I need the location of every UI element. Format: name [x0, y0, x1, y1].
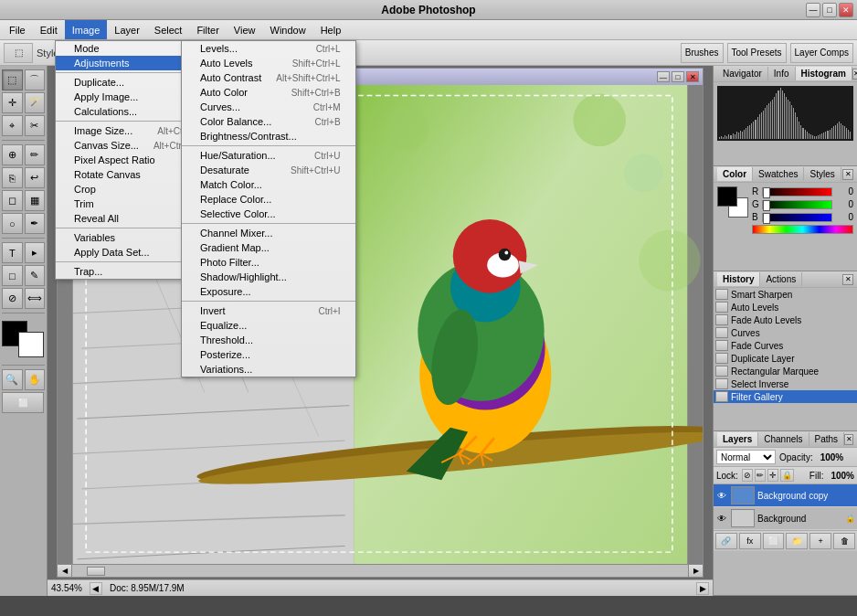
b-slider[interactable] [762, 213, 832, 222]
history-item[interactable]: Fade Auto Levels [714, 313, 857, 326]
lock-image-icon[interactable]: ✏ [755, 469, 766, 482]
scroll-left-btn[interactable]: ◀ [58, 565, 72, 578]
adj-exposure[interactable]: Exposure... [182, 284, 355, 299]
tool-measure[interactable]: ⟺ [25, 288, 46, 309]
adj-replace-color[interactable]: Replace Color... [182, 192, 355, 207]
tool-crop[interactable]: ⌖ [2, 115, 23, 136]
tool-history[interactable]: ↩ [25, 167, 46, 188]
maximize-button[interactable]: □ [822, 3, 837, 17]
color-panel-close[interactable]: ✕ [842, 169, 853, 180]
tool-slice[interactable]: ✂ [25, 115, 46, 136]
scroll-right-btn[interactable]: ▶ [688, 565, 703, 578]
adj-match-color[interactable]: Match Color... [182, 177, 355, 192]
menu-window[interactable]: Window [263, 20, 313, 39]
layer-visibility-btn[interactable]: 👁 [715, 489, 728, 502]
menu-image[interactable]: Image [65, 20, 108, 39]
background-color[interactable] [18, 332, 44, 357]
tool-hand[interactable]: ✋ [25, 369, 46, 390]
history-item[interactable]: Curves [714, 326, 857, 339]
history-panel-close[interactable]: ✕ [842, 274, 853, 285]
tool-zoom[interactable]: 🔍 [2, 369, 23, 390]
tool-presets-button[interactable]: Tool Presets [727, 43, 787, 63]
scroll-right-status[interactable]: ▶ [696, 582, 709, 595]
minimize-button[interactable]: — [806, 3, 820, 17]
tool-dodge[interactable]: ○ [2, 213, 23, 234]
menu-edit[interactable]: Edit [33, 20, 65, 39]
doc-close-btn[interactable]: ✕ [686, 71, 699, 82]
history-item[interactable]: Duplicate Layer [714, 352, 857, 365]
lock-transparent-icon[interactable]: ⊘ [742, 469, 753, 482]
scroll-thumb[interactable] [87, 567, 105, 576]
layers-panel-close[interactable]: ✕ [844, 434, 853, 445]
adj-shadow-highlight[interactable]: Shadow/Highlight... [182, 270, 355, 284]
layer-item[interactable]: 👁 Background 🔒 [714, 507, 857, 530]
link-layers-btn[interactable]: 🔗 [715, 533, 737, 549]
adj-invert[interactable]: Invert Ctrl+I [182, 303, 355, 318]
tab-paths[interactable]: Paths [809, 432, 845, 446]
tool-pen[interactable]: ✒ [25, 213, 46, 234]
menu-help[interactable]: Help [313, 20, 349, 39]
horizontal-scrollbar[interactable]: ◀ ▶ [58, 564, 703, 577]
adj-brightness-contrast[interactable]: Brightness/Contrast... [182, 129, 355, 143]
tab-info[interactable]: Info [768, 67, 796, 80]
adj-posterize[interactable]: Posterize... [182, 347, 355, 362]
lock-all-icon[interactable]: 🔒 [780, 469, 794, 482]
tool-lasso[interactable]: ⌒ [25, 69, 46, 90]
layer-item[interactable]: 👁 Background copy [714, 484, 857, 507]
tool-path-select[interactable]: ▸ [25, 242, 46, 263]
tab-histogram[interactable]: Histogram [796, 67, 852, 80]
adj-selective-color[interactable]: Selective Color... [182, 207, 355, 221]
tool-magic-wand[interactable]: 🪄 [25, 92, 46, 113]
tool-gradient[interactable]: ▦ [25, 190, 46, 211]
brushes-button[interactable]: Brushes [681, 43, 724, 63]
adj-curves[interactable]: Curves... Ctrl+M [182, 100, 355, 114]
screen-mode-btn[interactable]: ⬜ [2, 392, 44, 413]
adj-auto-contrast[interactable]: Auto Contrast Alt+Shift+Ctrl+L [182, 70, 355, 85]
adj-photo-filter[interactable]: Photo Filter... [182, 255, 355, 270]
menu-file[interactable]: File [2, 20, 33, 39]
history-item[interactable]: Fade Curves [714, 339, 857, 352]
layer-comps-button[interactable]: Layer Comps [790, 43, 853, 63]
blend-mode-select[interactable]: Normal [716, 450, 776, 464]
adj-color-balance[interactable]: Color Balance... Ctrl+B [182, 114, 355, 129]
tab-channels[interactable]: Channels [758, 432, 809, 446]
tab-navigator[interactable]: Navigator [717, 67, 768, 80]
history-item[interactable]: Filter Gallery [714, 390, 857, 403]
adj-equalize[interactable]: Equalize... [182, 318, 355, 333]
menu-view[interactable]: View [227, 20, 263, 39]
tool-stamp[interactable]: ⎘ [2, 167, 23, 188]
layer-style-btn[interactable]: fx [739, 533, 761, 549]
layer-mask-btn[interactable]: ⬜ [763, 533, 785, 549]
adj-hue-sat[interactable]: Hue/Saturation... Ctrl+U [182, 148, 355, 163]
adj-desaturate[interactable]: Desaturate Shift+Ctrl+U [182, 163, 355, 177]
r-slider[interactable] [762, 187, 832, 196]
menu-layer[interactable]: Layer [107, 20, 147, 39]
history-item[interactable]: Select Inverse [714, 377, 857, 390]
doc-maximize-btn[interactable]: □ [672, 71, 684, 82]
tool-shape[interactable]: □ [2, 265, 23, 286]
tab-history[interactable]: History [717, 272, 760, 286]
g-slider[interactable] [762, 200, 832, 209]
tool-heal[interactable]: ⊕ [2, 144, 23, 165]
tool-eyedropper[interactable]: ⊘ [2, 288, 23, 309]
adj-threshold[interactable]: Threshold... [182, 333, 355, 347]
history-item[interactable]: Auto Levels [714, 301, 857, 313]
lock-position-icon[interactable]: ✛ [767, 469, 778, 482]
new-group-btn[interactable]: 📁 [786, 533, 808, 549]
foreground-swatch[interactable] [717, 186, 737, 207]
r-thumb[interactable] [763, 187, 770, 198]
zoom-down-btn[interactable]: ◀ [90, 582, 102, 595]
layer-visibility-btn[interactable]: 👁 [715, 512, 728, 525]
adj-variations[interactable]: Variations... [182, 362, 355, 377]
doc-minimize-btn[interactable]: — [657, 71, 670, 82]
tool-move[interactable]: ✛ [2, 92, 23, 113]
adj-gradient-map[interactable]: Gradient Map... [182, 240, 355, 255]
tool-type[interactable]: T [2, 242, 23, 263]
tab-layers[interactable]: Layers [717, 432, 758, 446]
history-item[interactable]: Smart Sharpen [714, 288, 857, 301]
tool-notes[interactable]: ✎ [25, 265, 46, 286]
adj-levels[interactable]: Levels... Ctrl+L [182, 41, 355, 56]
adj-channel-mixer[interactable]: Channel Mixer... [182, 226, 355, 240]
color-spectrum[interactable] [752, 225, 853, 234]
tool-marquee[interactable]: ⬚ [2, 69, 23, 90]
